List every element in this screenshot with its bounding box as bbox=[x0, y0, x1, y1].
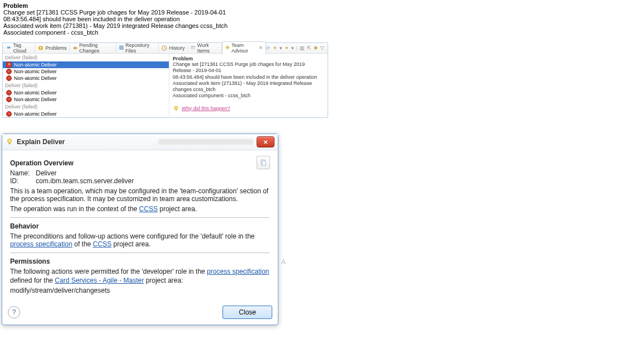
tab-problems[interactable]: Problems bbox=[35, 45, 70, 51]
tab-pending-changes[interactable]: Pending Changes bbox=[70, 42, 116, 54]
group-header: Deliver (failed) bbox=[3, 54, 169, 61]
error-icon: – bbox=[6, 111, 12, 117]
view-toolbar: ⟳ ✦ ▾ ✦ ▾ | ▥ ⇱ ✱ ▽ bbox=[266, 45, 326, 51]
name-value: Deliver bbox=[36, 169, 56, 177]
inactive-title-remainder bbox=[158, 139, 253, 145]
tab-tag-cloud[interactable]: Tag Cloud bbox=[4, 42, 35, 54]
error-icon: ✕ bbox=[6, 62, 12, 68]
help-button[interactable]: ? bbox=[8, 306, 20, 318]
name-label: Name: bbox=[10, 169, 32, 177]
problem-header: Problem Change set [271381 CCSS Purge jo… bbox=[0, 0, 644, 39]
id-label: ID: bbox=[10, 177, 32, 185]
close-icon[interactable]: ✕ bbox=[259, 45, 263, 50]
problem-line-3: Associated work item (271381) - May 2019… bbox=[3, 22, 641, 29]
dialog-body: Operation Overview Name: Deliver ID: com… bbox=[2, 150, 278, 302]
permissions-line-2: defined for the Card Services - Agile - … bbox=[10, 277, 270, 284]
project-area-link[interactable]: Card Services - Agile - Master bbox=[55, 277, 144, 284]
permissions-heading: Permissions bbox=[10, 258, 270, 265]
svg-rect-7 bbox=[192, 47, 195, 47]
idea-icon bbox=[173, 105, 179, 112]
tab-label: Pending Changes bbox=[79, 42, 113, 54]
tab-history[interactable]: History bbox=[159, 45, 188, 51]
list-item[interactable]: ✕ Non-atomic Deliver bbox=[3, 61, 169, 68]
layout-icon[interactable]: ▥ bbox=[300, 45, 305, 51]
dialog-icon bbox=[6, 138, 13, 146]
why-link[interactable]: Why did this happen? bbox=[182, 106, 230, 111]
svg-rect-11 bbox=[9, 143, 11, 145]
list-item[interactable]: – Non-atomic Deliver bbox=[3, 89, 169, 96]
error-icon: – bbox=[6, 90, 12, 96]
overview-context: The operation was run in the context of … bbox=[10, 205, 270, 213]
list-item[interactable]: – Non-atomic Deliver bbox=[3, 111, 169, 117]
list-item-label: Non-atomic Deliver bbox=[14, 97, 57, 102]
overview-description: This is a team operation, which may be c… bbox=[10, 187, 270, 203]
ccss-link[interactable]: CCSS bbox=[139, 205, 158, 213]
problem-line-2-text: 08:43:56.484] should have been included … bbox=[3, 16, 180, 22]
tab-work-items[interactable]: Work Items bbox=[188, 42, 221, 54]
list-item[interactable]: – Non-atomic Deliver bbox=[3, 68, 169, 75]
problem-line-2: 08:43:56.484] should have been included … bbox=[3, 16, 641, 22]
chevron-down-icon[interactable]: ▾ bbox=[291, 45, 294, 51]
nav-prev-icon[interactable]: ✦ bbox=[273, 45, 277, 51]
nav-next-icon[interactable]: ✦ bbox=[285, 45, 289, 51]
divider bbox=[10, 217, 270, 218]
text: project area. bbox=[111, 240, 150, 248]
ccss-link[interactable]: CCSS bbox=[93, 240, 111, 248]
explain-deliver-dialog: Explain Deliver ✕ Operation Overview Nam… bbox=[2, 134, 278, 325]
tab-label: Problems bbox=[45, 45, 67, 51]
tab-label: Repository Files bbox=[125, 42, 155, 54]
tab-team-advisor[interactable]: Team Advisor ✕ bbox=[222, 41, 266, 55]
history-icon bbox=[162, 45, 167, 51]
refresh-icon[interactable]: ⟳ bbox=[266, 45, 271, 51]
copy-button[interactable] bbox=[257, 156, 270, 169]
background-text: A bbox=[281, 258, 286, 266]
text: project area: bbox=[144, 277, 183, 284]
view-tab-bar: Tag Cloud Problems Pending Changes Repos… bbox=[3, 43, 328, 54]
svg-rect-4 bbox=[120, 46, 124, 50]
overview-heading: Operation Overview bbox=[10, 159, 270, 167]
changes-icon bbox=[73, 45, 77, 51]
dialog-footer: ? Close bbox=[2, 302, 278, 325]
group-header: Deliver (failed) bbox=[3, 82, 169, 89]
team-advisor-view: Tag Cloud Problems Pending Changes Repos… bbox=[2, 42, 328, 118]
list-item-label: Non-atomic Deliver bbox=[14, 75, 57, 81]
svg-rect-9 bbox=[176, 109, 177, 111]
advisor-results-list: Deliver (failed) ✕ Non-atomic Deliver – … bbox=[3, 54, 169, 117]
chevron-down-icon[interactable]: ▾ bbox=[280, 45, 282, 51]
list-item-label: Non-atomic Deliver bbox=[14, 69, 57, 74]
menu-icon[interactable]: ▽ bbox=[320, 45, 324, 51]
advisor-details: Problem Change set [271381 CCSS Purge jo… bbox=[169, 54, 328, 117]
text: The following actions were permitted for… bbox=[10, 268, 207, 275]
tab-label: Work Items bbox=[197, 42, 219, 54]
behavior-text: The preconditions and follow-up actions … bbox=[10, 232, 270, 248]
error-icon: – bbox=[6, 75, 12, 81]
text: of the bbox=[72, 240, 93, 248]
filter-icon[interactable]: ✱ bbox=[314, 45, 318, 51]
dialog-close-button[interactable]: ✕ bbox=[257, 136, 274, 147]
advisor-icon bbox=[225, 45, 230, 51]
list-item[interactable]: – Non-atomic Deliver bbox=[3, 96, 169, 103]
tab-label: Team Advisor bbox=[231, 42, 256, 54]
permission-path: modify/stream/deliver/changesets bbox=[10, 287, 270, 294]
list-item-label: Non-atomic Deliver bbox=[14, 111, 57, 117]
svg-rect-0 bbox=[7, 47, 10, 49]
details-line: Associated work item (271381) - May 2019… bbox=[173, 80, 324, 93]
close-button[interactable]: Close bbox=[222, 306, 272, 319]
details-line: Change set [271381 CCSS Purge job chages… bbox=[173, 61, 324, 74]
collapse-icon[interactable]: ⇱ bbox=[307, 45, 311, 51]
divider bbox=[10, 253, 270, 253]
repo-icon bbox=[119, 45, 124, 51]
text: project area. bbox=[158, 205, 197, 213]
permissions-line-1: The following actions were permitted for… bbox=[10, 268, 270, 275]
help-icon: ? bbox=[12, 308, 16, 316]
process-specification-link[interactable]: process specification bbox=[207, 268, 269, 275]
tab-repository-files[interactable]: Repository Files bbox=[116, 42, 159, 54]
problem-title: Problem bbox=[3, 2, 641, 9]
list-item[interactable]: – Non-atomic Deliver bbox=[3, 75, 169, 82]
svg-rect-2 bbox=[41, 46, 41, 49]
svg-rect-13 bbox=[262, 161, 266, 165]
behavior-heading: Behavior bbox=[10, 222, 270, 230]
process-specification-link[interactable]: process specification bbox=[10, 240, 72, 248]
text: The operation was run in the context of … bbox=[10, 205, 139, 213]
dialog-title: Explain Deliver bbox=[17, 138, 65, 146]
